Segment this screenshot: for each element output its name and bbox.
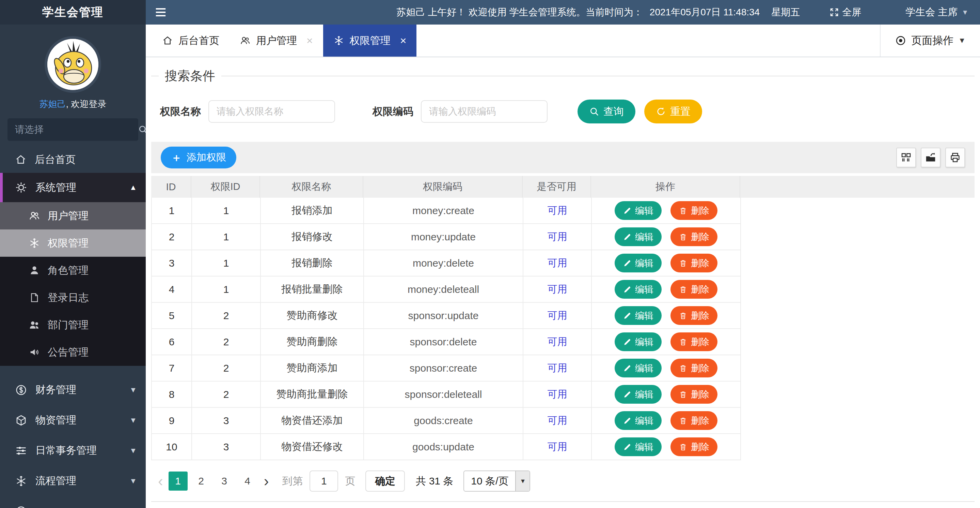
trash-icon [679,311,687,320]
columns-toggle-button[interactable] [896,148,916,168]
cell-status: 可用 [523,382,592,407]
user-menu[interactable]: 学生会 主席 ▼ [905,5,969,19]
col-header-status: 是否可用 [523,176,591,198]
sidebar-item-user-mgmt[interactable]: 用户管理 [0,202,146,230]
avatar[interactable] [47,39,99,90]
table-row: 21报销修改money:update可用编辑删除 [151,224,741,250]
cell-permission-code: goods:update [364,434,523,460]
search-icon [589,106,599,117]
sidebar-item-label: 用户管理 [48,209,89,223]
pencil-icon [623,285,632,294]
edit-button[interactable]: 编辑 [615,438,662,456]
cell-permission-code: money:deleteall [364,276,523,302]
close-icon[interactable]: × [307,35,313,46]
cell-status: 可用 [523,276,592,302]
delete-button[interactable]: 删除 [670,385,718,404]
page-actions-menu[interactable]: 页面操作 ▼ [880,24,980,57]
query-button[interactable]: 查询 [578,99,635,123]
cell-permission-name: 报销修改 [261,224,364,249]
tab-label: 权限管理 [350,34,391,48]
table-row: 11报销添加money:create可用编辑删除 [151,198,741,224]
print-button[interactable] [945,148,965,168]
query-button-label: 查询 [603,105,624,119]
cell-permission-id: 2 [192,355,261,381]
sidebar-item-role-mgmt[interactable]: 角色管理 [0,257,146,284]
sidebar-item-partial[interactable] [0,496,146,508]
next-page-button[interactable]: › [261,474,272,489]
sidebar-search[interactable] [8,118,138,141]
edit-button[interactable]: 编辑 [615,411,662,430]
tab-home[interactable]: 后台首页 [152,24,229,57]
sidebar-item-home[interactable]: 后台首页 [0,146,146,173]
table-row: 103物资借还修改goods:update可用编辑删除 [151,434,741,460]
delete-button[interactable]: 删除 [670,254,718,272]
user-menu-label: 学生会 主席 [905,5,958,19]
delete-button[interactable]: 删除 [670,411,718,430]
page-button-2[interactable]: 2 [192,475,211,487]
pencil-icon [623,337,632,347]
sidebar-item-dept-mgmt[interactable]: 部门管理 [0,311,146,339]
trash-icon [679,416,687,425]
cell-permission-id: 2 [192,382,261,407]
topbar-weekday: 星期五 [771,6,800,19]
permission-code-input[interactable] [421,100,547,123]
edit-button[interactable]: 编辑 [615,306,662,325]
delete-button[interactable]: 删除 [670,201,718,220]
sidebar-item-login-log[interactable]: 登录日志 [0,284,146,311]
permission-name-input[interactable] [208,100,335,123]
edit-button[interactable]: 编辑 [615,359,662,377]
sidebar-item-daily-affairs[interactable]: 日常事务管理 ▼ [0,435,146,466]
delete-button[interactable]: 删除 [670,227,718,246]
page-size-select[interactable]: 10 条/页 ▼ [463,471,530,492]
cell-id: 3 [152,250,192,276]
edit-button[interactable]: 编辑 [615,280,662,299]
close-icon[interactable]: × [400,35,407,46]
reset-button[interactable]: 重置 [644,99,702,123]
delete-button[interactable]: 删除 [670,359,718,377]
sidebar-item-workflow[interactable]: 流程管理 ▼ [0,466,146,496]
page-button-4[interactable]: 4 [238,475,257,487]
hamburger-icon[interactable] [154,5,167,19]
delete-button[interactable]: 删除 [670,306,718,325]
cell-id: 6 [152,329,192,355]
col-header-permission-code: 权限编码 [363,176,523,198]
sidebar-search-input[interactable] [15,124,138,135]
duck-avatar-icon [47,39,99,90]
add-permission-button[interactable]: ＋ 添加权限 [161,147,236,168]
delete-button[interactable]: 删除 [670,438,718,456]
search-panel: 搜索条件 [151,67,975,85]
export-button[interactable] [921,148,940,168]
delete-button[interactable]: 删除 [670,332,718,351]
fullscreen-button[interactable]: 全屏 [829,6,861,19]
snowflake-icon [29,237,40,249]
cell-permission-code: sponsor:update [364,303,523,328]
sidebar-item-notice-mgmt[interactable]: 公告管理 [0,339,146,366]
edit-button[interactable]: 编辑 [615,332,662,351]
edit-button[interactable]: 编辑 [615,385,662,404]
cell-permission-id: 2 [192,303,261,328]
page-button-1[interactable]: 1 [169,471,188,490]
page-button-3[interactable]: 3 [215,475,234,487]
cell-status: 可用 [523,434,592,460]
sidebar-item-goods[interactable]: 物资管理 ▼ [0,405,146,435]
tab-permission-mgmt[interactable]: 权限管理 × [323,24,417,57]
cell-permission-code: money:update [364,224,523,249]
sidebar-item-finance[interactable]: 财务管理 ▼ [0,375,146,405]
tab-user-mgmt[interactable]: 用户管理 × [229,24,323,57]
delete-button-label: 删除 [691,362,709,374]
add-permission-label: 添加权限 [186,151,226,165]
sidebar-item-permission-mgmt[interactable]: 权限管理 [0,230,146,257]
goto-page-input[interactable] [310,471,338,492]
goto-confirm-button[interactable]: 确定 [365,471,405,492]
edit-button[interactable]: 编辑 [615,254,662,272]
search-icon [138,125,146,135]
table-row: 62赞助商删除sponsor:delete可用编辑删除 [151,329,741,355]
edit-button[interactable]: 编辑 [615,227,662,246]
trash-icon [679,443,687,451]
goto-prefix: 到第 [282,474,303,488]
delete-button[interactable]: 删除 [670,280,718,299]
sidebar-section-system[interactable]: 系统管理 ▲ [0,173,146,202]
edit-button[interactable]: 编辑 [615,201,662,220]
prev-page-button[interactable]: ‹ [154,474,167,489]
tabbar: 后台首页 用户管理 × 权限管理 × 页面操作 ▼ [146,24,980,57]
